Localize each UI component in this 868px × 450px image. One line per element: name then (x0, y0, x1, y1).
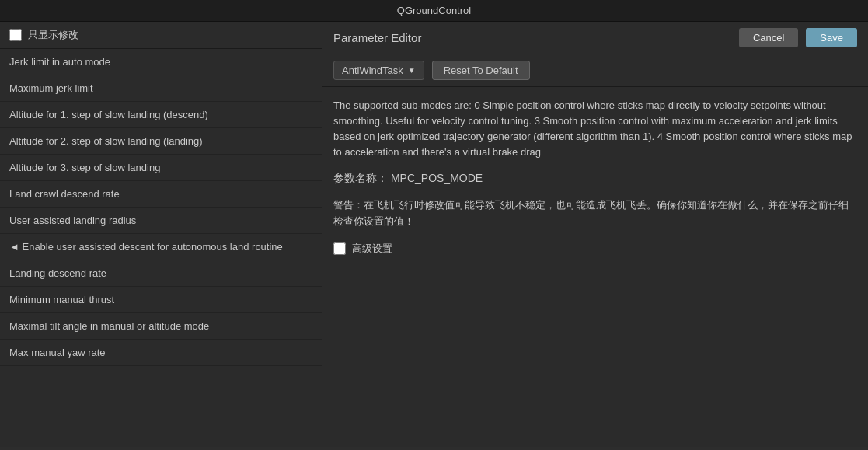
sidebar: 只显示修改 Jerk limit in auto mode Maximum je… (0, 22, 322, 447)
cancel-button[interactable]: Cancel (739, 28, 798, 47)
advanced-row: 高级设置 (333, 241, 857, 256)
panel-title: Parameter Editor (333, 31, 421, 44)
sidebar-item-yaw-rate[interactable]: Max manual yaw rate (0, 340, 322, 366)
sidebar-item[interactable]: Jerk limit in auto mode (0, 49, 322, 75)
sidebar-item-tilt-angle[interactable]: Maximal tilt angle in manual or altitude… (0, 313, 322, 340)
title-bar: QGroundControl (0, 0, 868, 22)
reset-button[interactable]: Reset To Default (432, 61, 530, 80)
param-name-value: MPC_POS_MODE (391, 172, 483, 184)
task-dropdown[interactable]: AntiWindTask ▼ (333, 61, 424, 80)
filter-label: 只显示修改 (28, 28, 78, 42)
sidebar-item[interactable]: Maximum jerk limit (0, 75, 322, 102)
toolbar-row: AntiWindTask ▼ Reset To Default (322, 54, 868, 87)
right-panel: Parameter Editor Cancel Save AntiWindTas… (322, 22, 868, 447)
save-button[interactable]: Save (806, 28, 857, 47)
advanced-checkbox[interactable] (333, 242, 346, 255)
filter-row: 只显示修改 (0, 22, 322, 49)
warning-text: 警告：在飞机飞行时修改值可能导致飞机不稳定，也可能造成飞机飞丢。确保你知道你在做… (333, 197, 857, 230)
param-name-row: 参数名称： MPC_POS_MODE (333, 170, 857, 187)
sidebar-item-land-crawl[interactable]: Land crawl descend rate (0, 181, 322, 208)
filter-checkbox[interactable] (9, 29, 22, 41)
sidebar-item[interactable]: Altitude for 2. step of slow landing (la… (0, 128, 322, 155)
sidebar-item-landing-radius[interactable]: User assisted landing radius (0, 208, 322, 234)
sidebar-item-min-thrust[interactable]: Minimum manual thrust (0, 287, 322, 313)
sidebar-item-enable-assist[interactable]: ◄ Enable user assisted descent for auton… (0, 234, 322, 260)
sidebar-item[interactable]: Altitude for 3. step of slow landing (0, 155, 322, 181)
chevron-down-icon: ▼ (408, 66, 416, 75)
description-text: The supported sub-modes are: 0 Simple po… (333, 98, 857, 161)
sidebar-item[interactable]: Altitude for 1. step of slow landing (de… (0, 102, 322, 128)
sidebar-item-landing-descend[interactable]: Landing descend rate (0, 260, 322, 287)
panel-content: The supported sub-modes are: 0 Simple po… (322, 87, 868, 447)
main-layout: 只显示修改 Jerk limit in auto mode Maximum je… (0, 22, 868, 447)
advanced-label: 高级设置 (352, 241, 392, 256)
app-title: QGroundControl (397, 5, 471, 16)
panel-header: Parameter Editor Cancel Save (322, 22, 868, 54)
